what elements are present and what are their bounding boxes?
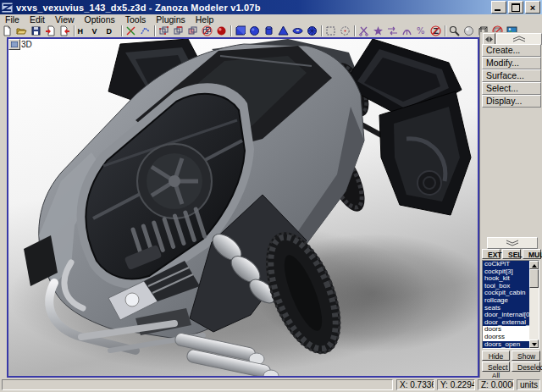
menu-tools[interactable]: Tools xyxy=(120,14,152,25)
local-axes-button[interactable] xyxy=(124,25,138,38)
list-item[interactable]: cockpit_cabin xyxy=(483,290,530,297)
zoom-button[interactable] xyxy=(447,25,462,38)
right-sidebar: Create... Modify... Surface... Select...… xyxy=(479,32,542,378)
bend-icon xyxy=(401,25,412,36)
list-item[interactable]: doors_open xyxy=(483,341,530,349)
disable-z-button[interactable]: Z xyxy=(429,25,443,38)
hide-all-button[interactable]: Hide All xyxy=(482,351,510,361)
rect-select-icon xyxy=(325,25,336,36)
mode-button-mul[interactable]: MUL xyxy=(523,249,541,259)
scrollbar-thumb[interactable] xyxy=(529,269,539,288)
new-file-button[interactable] xyxy=(0,25,14,38)
v-button[interactable]: V xyxy=(91,25,105,38)
object-list[interactable]: coCkPiT cockpit[3] hook_kit tool_box coc… xyxy=(482,260,539,349)
weld-icon xyxy=(373,25,384,36)
circle-select-icon xyxy=(340,25,351,36)
list-item[interactable]: coCkPiT xyxy=(483,261,530,268)
weld-button[interactable] xyxy=(371,25,385,38)
face-mode-icon xyxy=(187,25,198,36)
list-item[interactable]: door_internal[0] xyxy=(483,312,530,319)
viewport-3d[interactable]: 3D xyxy=(7,37,479,378)
list-item[interactable]: glass[0] xyxy=(483,348,530,349)
panel-button-create[interactable]: Create... xyxy=(482,44,541,57)
title-bar[interactable]: vxvs_vexuvius_143_dx5.z3d - Zanoza Model… xyxy=(0,0,542,14)
list-item[interactable]: hook_kit xyxy=(483,275,530,283)
list-item[interactable]: doors xyxy=(483,326,530,334)
mode-button-sel[interactable]: SEL xyxy=(502,249,521,259)
select-all-button[interactable]: Select All xyxy=(482,362,510,372)
create-sphere-button[interactable] xyxy=(247,25,262,38)
minimize-button[interactable] xyxy=(491,1,506,14)
vertex-mode-button[interactable] xyxy=(157,25,171,38)
mode-button-ext[interactable]: EXT xyxy=(482,249,501,259)
panel-button-modify[interactable]: Modify... xyxy=(482,57,541,69)
car-model-render xyxy=(8,39,478,376)
create-box-button[interactable] xyxy=(233,25,247,38)
menu-help[interactable]: Help xyxy=(191,14,219,25)
list-item[interactable]: rollcage xyxy=(483,297,530,305)
close-button[interactable]: × xyxy=(525,1,540,14)
collapse-panel-down-button[interactable] xyxy=(487,237,538,249)
create-cone-button[interactable] xyxy=(276,25,290,38)
list-item[interactable]: door_external_tal xyxy=(483,319,530,327)
save-button[interactable] xyxy=(29,25,43,38)
scale-percent-button[interactable]: % xyxy=(414,25,429,38)
toolbar-separator xyxy=(72,25,76,36)
open-file-icon xyxy=(16,25,27,36)
v-button-label: V xyxy=(92,27,104,36)
toolbar-separator xyxy=(443,25,447,36)
export-button[interactable] xyxy=(58,25,72,38)
dock-toggle-button[interactable] xyxy=(483,33,495,45)
create-geosphere-button[interactable] xyxy=(305,25,319,38)
viewport-maximize-button[interactable] xyxy=(8,39,20,50)
object-mode-off-icon xyxy=(202,25,213,36)
d-button[interactable]: D xyxy=(105,25,119,38)
rect-select-button[interactable] xyxy=(324,25,338,38)
shaded-view-button[interactable] xyxy=(462,25,476,38)
cut-button[interactable] xyxy=(357,25,371,38)
list-item[interactable]: tool_box xyxy=(483,283,530,290)
list-item[interactable]: seats xyxy=(483,305,530,312)
status-bar: X: 0.7336 Y: 0.2294 Z: 0.0000 units xyxy=(0,378,542,392)
panel-button-surface[interactable]: Surface... xyxy=(482,69,541,82)
scale-percent-icon: % xyxy=(416,25,427,36)
edge-mode-button[interactable] xyxy=(171,25,185,38)
zmodeler-window: vxvs_vexuvius_143_dx5.z3d - Zanoza Model… xyxy=(0,0,542,392)
h-button[interactable]: H xyxy=(76,25,91,38)
mirror-button[interactable] xyxy=(385,25,400,38)
collapse-panel-up-button[interactable] xyxy=(496,33,542,45)
panel-button-display[interactable]: Display... xyxy=(482,95,541,108)
face-mode-button[interactable] xyxy=(185,25,200,38)
window-title: vxvs_vexuvius_143_dx5.z3d - Zanoza Model… xyxy=(16,3,491,13)
list-item[interactable]: cockpit[3] xyxy=(483,268,530,276)
render-material-button[interactable] xyxy=(214,25,229,38)
move-button[interactable] xyxy=(138,25,152,38)
viewport-maximize-icon xyxy=(11,41,18,47)
restore-button[interactable] xyxy=(508,1,523,14)
scroll-up-icon[interactable] xyxy=(529,261,539,269)
import-button[interactable] xyxy=(43,25,58,38)
panel-button-select[interactable]: Select... xyxy=(482,82,541,95)
toolbar-separator xyxy=(319,25,324,36)
scroll-down-icon[interactable] xyxy=(529,340,539,348)
deselect-button[interactable]: Deselect xyxy=(512,362,540,372)
object-mode-off-button[interactable] xyxy=(200,25,214,38)
bend-button[interactable] xyxy=(400,25,414,38)
menu-options[interactable]: Options xyxy=(80,14,120,25)
open-file-button[interactable] xyxy=(14,25,29,38)
create-cylinder-button[interactable] xyxy=(262,25,276,38)
circle-select-button[interactable] xyxy=(338,25,352,38)
show-all-button[interactable]: Show All xyxy=(512,351,540,361)
menu-view[interactable]: View xyxy=(50,14,80,25)
d-button-label: D xyxy=(107,27,119,36)
object-list-scrollbar[interactable] xyxy=(529,261,539,348)
list-item[interactable]: doorss xyxy=(483,334,530,341)
shaded-view-icon xyxy=(463,25,474,36)
render-material-icon xyxy=(216,25,227,36)
move-icon xyxy=(140,25,151,36)
menu-edit[interactable]: Edit xyxy=(25,14,50,25)
create-torus-button[interactable] xyxy=(290,25,305,38)
menu-file[interactable]: File xyxy=(0,14,25,25)
status-message-cell xyxy=(2,379,393,390)
menu-plugins[interactable]: Plugins xyxy=(151,14,190,25)
